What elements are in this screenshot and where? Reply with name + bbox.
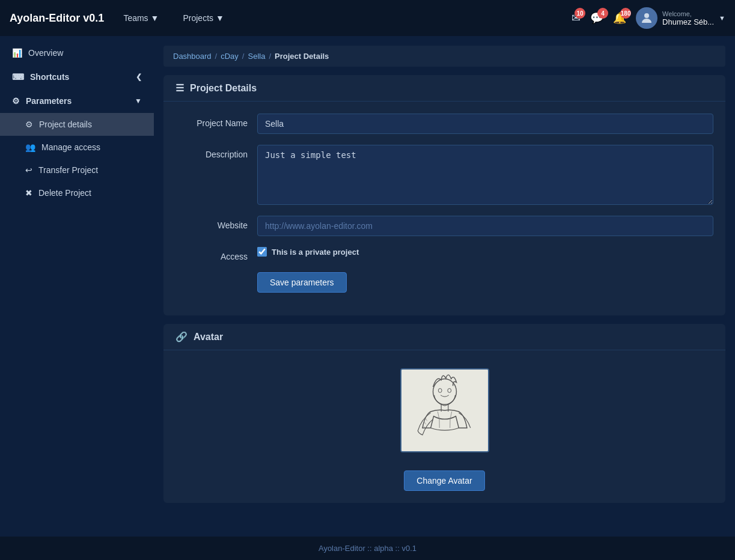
breadcrumb-sep-3: / — [269, 52, 271, 61]
sidebar-transfer-project-label: Transfer Project — [38, 165, 98, 175]
breadcrumb-sep-2: / — [242, 52, 245, 61]
svg-point-0 — [644, 13, 649, 18]
navbar: Ayolan-Editor v0.1 Teams ▼ Projects ▼ ✉ … — [0, 0, 735, 36]
project-details-body: Project Name Description Just a simple t… — [163, 102, 725, 315]
sidebar: 📊 Overview ⌨ Shortcuts ❮ ⚙ Parameters ▼ … — [0, 36, 154, 537]
description-label: Description — [175, 145, 248, 159]
form-row-access: Access This is a private project — [175, 247, 713, 261]
sidebar-item-parameters[interactable]: ⚙ Parameters ▼ — [0, 89, 154, 113]
welcome-text: Welcome, — [662, 10, 714, 17]
avatar-header-title: Avatar — [194, 332, 223, 342]
shortcuts-icon: ⌨ — [12, 72, 24, 82]
avatar-header-icon: 🔗 — [175, 331, 188, 342]
user-welcome: Welcome, Dhumez Séb... — [662, 10, 714, 26]
delete-project-icon: ✖ — [25, 188, 32, 198]
parameters-chevron-icon: ▼ — [135, 97, 142, 105]
projects-label: Projects — [183, 13, 213, 23]
sidebar-parameters-label: Parameters — [26, 96, 72, 106]
breadcrumb-current: Project Details — [275, 52, 329, 61]
footer: Ayolan-Editor :: alpha :: v0.1 — [0, 537, 735, 560]
avatar — [636, 7, 657, 29]
transfer-project-icon: ↩ — [25, 165, 32, 175]
avatar-header: 🔗 Avatar — [163, 324, 725, 350]
manage-access-icon: 👥 — [25, 142, 35, 152]
access-label: Access — [175, 247, 248, 261]
save-parameters-button[interactable]: Save parameters — [257, 272, 347, 293]
breadcrumb-cday[interactable]: cDay — [221, 52, 239, 61]
project-details-icon: ⚙ — [25, 120, 33, 129]
website-label: Website — [175, 216, 248, 230]
avatar-body: Change Avatar — [163, 350, 725, 503]
sidebar-manage-access-label: Manage access — [41, 142, 100, 152]
sidebar-item-manage-access[interactable]: 👥 Manage access — [0, 136, 154, 159]
messages-badge: 4 — [597, 8, 608, 19]
breadcrumb-sep-1: / — [215, 52, 218, 61]
project-name-label: Project Name — [175, 114, 248, 128]
projects-chevron-icon: ▼ — [216, 13, 224, 23]
teams-menu[interactable]: Teams ▼ — [118, 11, 163, 25]
project-details-header-title: Project Details — [190, 83, 257, 94]
breadcrumb-sella[interactable]: Sella — [248, 52, 265, 61]
avatar-card: 🔗 Avatar — [163, 324, 725, 503]
parameters-icon: ⚙ — [12, 96, 20, 106]
navbar-right: ✉ 10 💬 4 🔔 180 Welcome, Dhumez Séb... ▼ — [572, 7, 725, 29]
user-chevron-icon: ▼ — [719, 14, 725, 22]
sidebar-shortcuts-label: Shortcuts — [30, 72, 69, 82]
mail-icon-wrap[interactable]: ✉ 10 — [572, 11, 581, 25]
avatar-sketch-svg — [401, 368, 488, 452]
messages-icon-wrap[interactable]: 💬 4 — [590, 11, 603, 25]
save-spacer — [175, 272, 248, 277]
project-name-input[interactable] — [257, 114, 713, 134]
avatar-btn-wrap: Change Avatar — [175, 470, 713, 491]
bell-badge: 180 — [620, 8, 631, 19]
change-avatar-button[interactable]: Change Avatar — [404, 470, 484, 491]
teams-label: Teams — [123, 13, 148, 23]
breadcrumb-dashboard[interactable]: Dashboard — [173, 52, 212, 61]
sidebar-delete-project-label: Delete Project — [38, 188, 91, 198]
teams-chevron-icon: ▼ — [151, 13, 159, 23]
form-row-project-name: Project Name — [175, 114, 713, 134]
sidebar-item-shortcuts[interactable]: ⌨ Shortcuts ❮ — [0, 65, 154, 89]
private-project-label[interactable]: This is a private project — [272, 248, 359, 257]
sidebar-item-transfer-project[interactable]: ↩ Transfer Project — [0, 159, 154, 181]
private-project-checkbox[interactable] — [257, 247, 267, 257]
sidebar-item-delete-project[interactable]: ✖ Delete Project — [0, 181, 154, 204]
project-details-header: ☰ Project Details — [163, 75, 725, 102]
user-area[interactable]: Welcome, Dhumez Séb... ▼ — [636, 7, 725, 29]
project-details-card: ☰ Project Details Project Name Descripti… — [163, 75, 725, 315]
breadcrumb: Dashboard / cDay / Sella / Project Detai… — [163, 46, 725, 67]
shortcuts-chevron-icon: ❮ — [136, 73, 142, 81]
description-textarea[interactable]: Just a simple test — [257, 145, 713, 205]
form-row-description: Description Just a simple test — [175, 145, 713, 205]
main-content: Dashboard / cDay / Sella / Project Detai… — [154, 36, 735, 537]
avatar-preview — [400, 368, 489, 452]
private-project-checkbox-row: This is a private project — [257, 247, 359, 257]
form-row-save: Save parameters — [175, 272, 713, 293]
sidebar-item-overview[interactable]: 📊 Overview — [0, 41, 154, 65]
projects-menu[interactable]: Projects ▼ — [178, 11, 228, 25]
avatar-image-wrap — [175, 362, 713, 458]
footer-text: Ayolan-Editor :: alpha :: v0.1 — [319, 544, 416, 553]
app-brand: Ayolan-Editor v0.1 — [10, 12, 104, 25]
username-text: Dhumez Séb... — [662, 17, 714, 26]
website-input[interactable] — [257, 216, 713, 236]
overview-icon: 📊 — [12, 48, 22, 58]
mail-badge: 10 — [575, 8, 585, 19]
sidebar-item-project-details[interactable]: ⚙ Project details — [0, 113, 154, 136]
sidebar-overview-label: Overview — [28, 48, 63, 58]
form-row-website: Website — [175, 216, 713, 236]
main-layout: 📊 Overview ⌨ Shortcuts ❮ ⚙ Parameters ▼ … — [0, 36, 735, 537]
bell-icon-wrap[interactable]: 🔔 180 — [613, 11, 626, 25]
sidebar-project-details-label: Project details — [39, 120, 92, 129]
project-details-header-icon: ☰ — [175, 82, 184, 94]
